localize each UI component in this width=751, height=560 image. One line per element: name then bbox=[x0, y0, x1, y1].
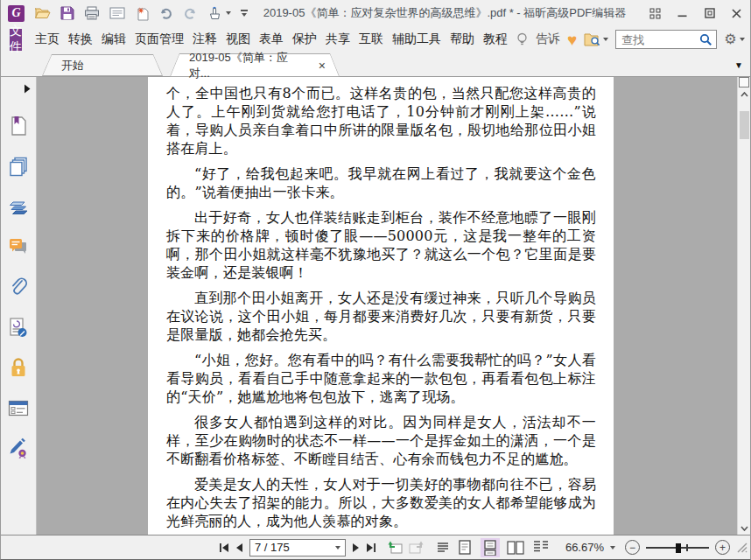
redo-icon bbox=[183, 7, 198, 20]
restore-button[interactable] bbox=[696, 0, 723, 26]
menu-edit[interactable]: 编辑 bbox=[101, 30, 127, 49]
zoom-dropdown-caret-icon[interactable] bbox=[610, 546, 615, 550]
folder-search-button[interactable] bbox=[584, 32, 608, 46]
tab-start-label: 开始 bbox=[61, 58, 84, 74]
email-button[interactable] bbox=[109, 4, 125, 22]
menu-comment[interactable]: 注释 bbox=[192, 30, 218, 49]
open-file-button[interactable] bbox=[34, 4, 51, 22]
menu-form[interactable]: 表单 bbox=[258, 30, 284, 49]
previous-view-button[interactable] bbox=[388, 539, 403, 556]
minimize-button[interactable] bbox=[669, 0, 696, 26]
tell-me-label[interactable]: 告诉 bbox=[536, 32, 560, 47]
menu-organize[interactable]: 页面管理 bbox=[134, 30, 185, 49]
hand-tool-caret-icon bbox=[226, 11, 231, 15]
hand-pointer-icon bbox=[207, 6, 222, 21]
scrollbar-thumb[interactable] bbox=[740, 111, 749, 139]
arrange-windows-button[interactable] bbox=[642, 0, 669, 26]
hand-select-tool-button[interactable] bbox=[207, 4, 231, 22]
digital-signature-panel-button[interactable] bbox=[7, 437, 30, 459]
save-icon bbox=[60, 6, 74, 20]
menu-convert[interactable]: 转换 bbox=[67, 30, 94, 49]
menu-file[interactable]: 文件 bbox=[10, 29, 22, 51]
menu-accessibility[interactable]: 辅助工具 bbox=[391, 30, 442, 49]
search-input[interactable] bbox=[621, 33, 699, 46]
undo-button[interactable] bbox=[158, 4, 173, 22]
single-page-icon bbox=[459, 540, 471, 555]
menu-connect[interactable]: 互联 bbox=[358, 30, 384, 49]
previous-page-button[interactable] bbox=[235, 539, 243, 556]
reading-mode-button[interactable] bbox=[437, 539, 449, 556]
view-continuous-facing-button[interactable] bbox=[531, 538, 551, 557]
attachments-panel-button[interactable] bbox=[7, 276, 30, 298]
scrollbar-split-handle[interactable] bbox=[739, 77, 749, 88]
zoom-in-button[interactable]: + bbox=[715, 540, 730, 555]
view-continuous-button[interactable] bbox=[481, 538, 500, 557]
open-folder-icon bbox=[34, 6, 51, 20]
zoom-slider-thumb[interactable] bbox=[676, 543, 681, 553]
menu-right-tools: 告诉 ♥ ⚙ bbox=[516, 29, 751, 50]
security-panel-button[interactable] bbox=[7, 356, 30, 379]
zoom-slider[interactable] bbox=[646, 542, 709, 554]
esign-panel-button[interactable] bbox=[7, 316, 30, 339]
first-page-icon bbox=[219, 542, 229, 553]
print-button[interactable] bbox=[84, 4, 100, 22]
close-button[interactable] bbox=[723, 0, 750, 26]
collapse-toolbar-button[interactable]: ▼ bbox=[734, 61, 743, 70]
paragraph: 出于好奇，女人也佯装结账走到柜台，装作不经意地瞟了一眼刚拆下来的价格牌，顿时傻了… bbox=[166, 208, 596, 282]
menu-bar: 文件 主页 转换 编辑 页面管理 注释 视图 表单 保护 共享 互联 辅助工具 … bbox=[1, 26, 750, 52]
continuous-page-icon bbox=[484, 540, 496, 556]
first-page-button[interactable] bbox=[219, 539, 229, 556]
last-page-button[interactable] bbox=[366, 539, 376, 556]
document-canvas: 个，全中国也只有8个而已。这样名贵的包，当然只配您这样高贵的人了。上午刚到货就给… bbox=[37, 77, 737, 535]
pages-panel-button[interactable] bbox=[7, 155, 30, 178]
zoom-level-label[interactable]: 66.67% bbox=[565, 541, 604, 554]
search-box[interactable] bbox=[615, 30, 717, 49]
scroll-up-icon[interactable] bbox=[740, 92, 748, 97]
resize-grip-icon[interactable] bbox=[736, 542, 747, 553]
feedback-heart-icon[interactable]: ♥ bbox=[567, 32, 577, 48]
arrange-windows-icon bbox=[649, 8, 661, 19]
redo-button[interactable] bbox=[183, 4, 198, 22]
next-view-button[interactable] bbox=[409, 539, 424, 556]
vertical-scrollbar[interactable] bbox=[737, 77, 750, 535]
tab-start[interactable]: 开始 bbox=[42, 54, 163, 76]
bookmarks-panel-button[interactable] bbox=[7, 115, 30, 137]
print-icon bbox=[84, 6, 100, 20]
restore-icon bbox=[705, 8, 715, 18]
gear-icon: ⚙ bbox=[724, 32, 736, 46]
layers-panel-button[interactable] bbox=[7, 195, 30, 218]
text-lines-icon bbox=[437, 542, 449, 553]
new-document-star-icon bbox=[135, 6, 149, 21]
menu-tutorial[interactable]: 教程 bbox=[482, 30, 509, 49]
create-pdf-button[interactable] bbox=[135, 4, 149, 22]
app-window: G bbox=[0, 0, 751, 560]
lightbulb-icon[interactable] bbox=[516, 32, 529, 47]
paragraph: 直到那个田小姐离开，女人还是没有缓过神来，只听几个导购员在议论说，这个田小姐，每… bbox=[166, 289, 596, 344]
customize-toolbar-button[interactable] bbox=[241, 4, 248, 22]
menu-protect[interactable]: 保护 bbox=[291, 30, 318, 49]
tab-document[interactable]: 2019-05《简单：应对... × bbox=[170, 53, 340, 77]
settings-button[interactable]: ⚙ bbox=[724, 32, 744, 46]
next-page-button[interactable] bbox=[352, 539, 360, 556]
page-number-input[interactable]: 7 / 175 bbox=[249, 539, 346, 556]
view-facing-button[interactable] bbox=[506, 538, 525, 557]
menu-view[interactable]: 视图 bbox=[225, 30, 251, 49]
comments-panel-button[interactable] bbox=[7, 235, 30, 258]
previous-view-icon bbox=[388, 541, 403, 554]
next-view-icon bbox=[409, 541, 424, 554]
search-icon[interactable] bbox=[699, 33, 712, 46]
menu-home[interactable]: 主页 bbox=[34, 30, 60, 49]
page-dropdown-caret-icon[interactable] bbox=[335, 546, 340, 550]
menu-help[interactable]: 帮助 bbox=[449, 30, 475, 49]
menu-share[interactable]: 共享 bbox=[325, 30, 351, 49]
save-button[interactable] bbox=[60, 4, 74, 22]
zoom-out-button[interactable]: − bbox=[625, 540, 640, 555]
form-fields-panel-button[interactable] bbox=[7, 396, 30, 419]
title-bar: G bbox=[1, 0, 750, 26]
tab-document-label: 2019-05《简单：应对... bbox=[189, 50, 306, 81]
view-single-page-button[interactable] bbox=[455, 538, 474, 557]
tab-close-icon[interactable]: × bbox=[319, 60, 326, 72]
scroll-down-icon[interactable] bbox=[740, 526, 748, 531]
next-page-icon bbox=[352, 542, 360, 553]
expand-panel-icon[interactable] bbox=[24, 84, 31, 94]
